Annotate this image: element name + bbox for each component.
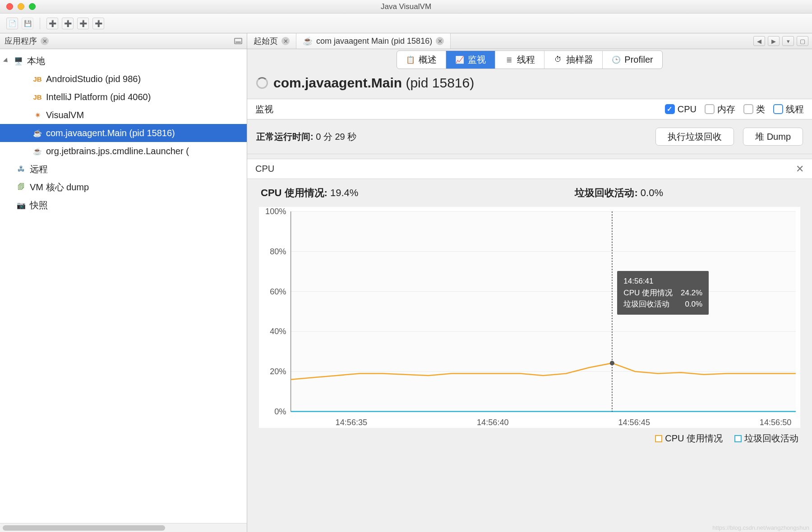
sampler-icon: ⏱ (554, 55, 563, 64)
tree-label: AndroidStudio (pid 986) (46, 74, 141, 84)
tooltip-time: 14:56:41 (623, 275, 702, 287)
checkbox-label: 内存 (717, 103, 735, 115)
svg-text:14:56:50: 14:56:50 (760, 418, 792, 427)
close-icon[interactable]: ✕ (41, 37, 49, 45)
checkbox-memory[interactable]: 内存 (705, 103, 735, 115)
perform-gc-button[interactable]: 执行垃圾回收 (655, 128, 734, 146)
subtab-sampler[interactable]: ⏱抽样器 (544, 51, 603, 69)
cpu-chart[interactable]: 0%20%40%60%80%100%14:56:3514:56:4014:56:… (259, 207, 800, 428)
heap-dump-button[interactable]: 堆 Dump (743, 128, 803, 146)
tree-node-vmdump[interactable]: 🗐 VM 核心 dump (0, 178, 247, 196)
uptime-value: 0 分 29 秒 (316, 132, 356, 142)
tree-label: 本地 (27, 55, 45, 67)
gc-activity-label: 垃圾回收活动: (575, 187, 637, 198)
application-tree: 🖥️ 本地 JB AndroidStudio (pid 986) JB Inte… (0, 49, 247, 523)
titlebar: Java VisualVM (0, 0, 812, 14)
cpu-panel: CPU ✕ CPU 使用情况: 19.4% 垃圾回收活动: 0.0% 0%20%… (247, 159, 812, 448)
checkbox-threads[interactable]: 线程 (773, 103, 804, 115)
cpu-usage-label: CPU 使用情况: (261, 187, 328, 198)
svg-text:14:56:35: 14:56:35 (336, 418, 368, 427)
toolbar: 📄 💾 ➕ ➕ ➕ ➕ (0, 14, 812, 33)
page-title-main: com.javaagent.Main (273, 75, 402, 90)
tree-item[interactable]: JB AndroidStudio (pid 986) (0, 70, 247, 88)
svg-text:80%: 80% (270, 247, 286, 256)
checkbox-label: CPU (678, 104, 697, 115)
nav-next-icon[interactable]: ▶ (768, 36, 780, 46)
scrollbar-thumb[interactable] (3, 525, 165, 531)
maximize-icon[interactable]: ▢ (797, 36, 808, 46)
monitor-label: 监视 (255, 103, 273, 115)
tree-label: org.jetbrains.jps.cmdline.Launcher ( (46, 146, 189, 156)
tab-main-process[interactable]: ☕ com javaagent Main (pid 15816) ✕ (296, 33, 451, 49)
remote-icon: 🖧 (16, 164, 26, 174)
tree-item-selected[interactable]: ☕ com.javaagent.Main (pid 15816) (0, 124, 247, 142)
chevron-down-icon[interactable] (3, 58, 9, 64)
svg-text:20%: 20% (270, 367, 286, 376)
svg-text:40%: 40% (270, 327, 286, 336)
java-icon: ☕ (303, 36, 313, 46)
close-icon[interactable]: ✕ (796, 163, 804, 175)
cpu-panel-title: CPU (255, 164, 274, 174)
editor-tabs: 起始页 ✕ ☕ com javaagent Main (pid 15816) ✕… (247, 33, 812, 49)
subtab-overview[interactable]: 📋概述 (397, 51, 446, 69)
legend-label: 垃圾回收活动 (744, 433, 798, 443)
toolbar-add-dump-icon[interactable]: ➕ (77, 18, 89, 29)
toolbar-add-local-icon[interactable]: ➕ (46, 18, 58, 29)
svg-text:60%: 60% (270, 287, 286, 296)
subtab-monitor[interactable]: 📈监视 (446, 51, 495, 69)
sidebar-tab[interactable]: 应用程序 ✕ (0, 33, 247, 49)
threads-icon: ≣ (504, 55, 513, 64)
tab-nav: ◀ ▶ ▾ ▢ (750, 33, 812, 49)
svg-rect-0 (291, 211, 796, 412)
tree-item[interactable]: ☕ org.jetbrains.jps.cmdline.Launcher ( (0, 142, 247, 160)
coredump-icon: 🗐 (16, 182, 26, 192)
cpu-usage-value: 19.4% (330, 187, 358, 198)
uptime-label: 正常运行时间: (256, 132, 314, 142)
sidebar-tab-label: 应用程序 (5, 36, 37, 46)
main-layout: 应用程序 ✕ 🖥️ 本地 JB AndroidStudio (pid 986) … (0, 33, 812, 532)
tree-node-snapshot[interactable]: 📷 快照 (0, 196, 247, 214)
toolbar-add-jmx-icon[interactable]: ➕ (62, 18, 74, 29)
java-icon: ☕ (32, 128, 42, 138)
page-title-pid: (pid 15816) (406, 75, 474, 90)
tab-start-page[interactable]: 起始页 ✕ (247, 33, 296, 49)
subtab-profiler[interactable]: 🕒Profiler (603, 51, 662, 69)
snapshot-icon: 📷 (16, 200, 26, 210)
checkbox-classes[interactable]: 类 (743, 103, 765, 115)
nav-dropdown-icon[interactable]: ▾ (782, 36, 794, 46)
page-header: com.javaagent.Main (pid 15816) (247, 70, 812, 99)
tree-item[interactable]: JB IntelliJ Platform (pid 4060) (0, 88, 247, 106)
tooltip-gc-label: 垃圾回收活动 (623, 298, 669, 310)
window-title: Java VisualVM (0, 2, 812, 11)
checkbox-cpu[interactable]: CPU (665, 104, 697, 115)
legend-gc: 垃圾回收活动 (734, 432, 798, 445)
toolbar-add-snapshot-icon[interactable]: ➕ (92, 18, 104, 29)
overview-icon: 📋 (406, 55, 415, 64)
tree-node-remote[interactable]: 🖧 远程 (0, 160, 247, 178)
svg-text:100%: 100% (265, 207, 286, 216)
tree-item[interactable]: ✷ VisualVM (0, 106, 247, 124)
subtab-label: 线程 (517, 54, 535, 66)
cpu-panel-header: CPU ✕ (247, 159, 812, 179)
horizontal-scrollbar[interactable] (0, 523, 247, 532)
tree-label: com.javaagent.Main (pid 15816) (46, 128, 175, 138)
toolbar-save-icon[interactable]: 💾 (22, 18, 33, 29)
minimize-panel-icon[interactable] (234, 38, 242, 44)
toolbar-open-icon[interactable]: 📄 (6, 18, 18, 29)
jetbrains-icon: JB (32, 74, 42, 84)
close-icon[interactable]: ✕ (281, 37, 290, 45)
computer-icon: 🖥️ (14, 56, 23, 66)
close-icon[interactable]: ✕ (436, 37, 444, 45)
toolbar-separator (40, 18, 40, 29)
tree-node-local[interactable]: 🖥️ 本地 (0, 52, 247, 70)
checkbox-icon (743, 104, 753, 114)
java-icon: ☕ (32, 146, 42, 156)
checkbox-icon (773, 104, 783, 114)
nav-prev-icon[interactable]: ◀ (753, 36, 765, 46)
legend-swatch-icon (655, 435, 662, 442)
tree-label: 快照 (30, 199, 48, 211)
legend-label: CPU 使用情况 (665, 433, 723, 443)
jetbrains-icon: JB (32, 92, 42, 102)
subtab-threads[interactable]: ≣线程 (495, 51, 544, 69)
tab-label: com javaagent Main (pid 15816) (316, 37, 432, 46)
